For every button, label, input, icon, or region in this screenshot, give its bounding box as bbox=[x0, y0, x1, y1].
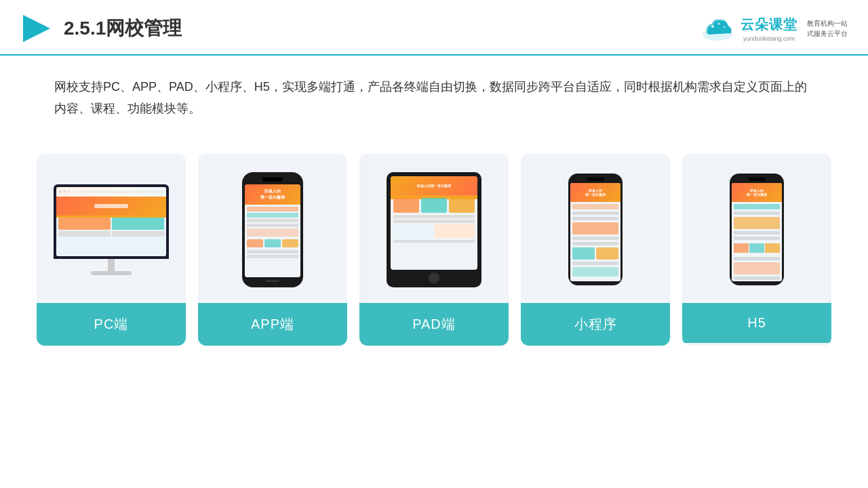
svg-point-4 bbox=[724, 26, 726, 28]
card-h5-image: 职途人的第一堂兴趣课 bbox=[682, 154, 831, 303]
description-text: 网校支持PC、APP、PAD、小程序、H5，实现多端打通，产品各终端自由切换，数… bbox=[0, 56, 868, 134]
card-h5: 职途人的第一堂兴趣课 bbox=[682, 154, 831, 346]
svg-marker-0 bbox=[23, 15, 50, 42]
cards-section: PC端 职途人的第一堂兴趣课 bbox=[0, 140, 868, 366]
logo-text-area: 云朵课堂 yunduoketang.com bbox=[741, 16, 797, 42]
card-pc: PC端 bbox=[37, 154, 186, 346]
card-pad-image: 职途人的第一堂兴趣课 bbox=[359, 154, 509, 303]
card-app: 职途人的第一堂兴趣课 bbox=[198, 154, 347, 346]
card-app-image: 职途人的第一堂兴趣课 bbox=[198, 154, 347, 303]
h5-phone-mockup: 职途人的第一堂兴趣课 bbox=[730, 174, 784, 285]
description-content: 网校支持PC、APP、PAD、小程序、H5，实现多端打通，产品各终端自由切换，数… bbox=[54, 80, 807, 115]
logo-name: 云朵课堂 bbox=[741, 16, 797, 34]
logo-tagline: 教育机构一站 式服务云平台 bbox=[807, 18, 848, 39]
svg-point-3 bbox=[718, 23, 720, 25]
card-h5-label: H5 bbox=[682, 303, 831, 343]
cloud-icon bbox=[700, 16, 735, 41]
card-miniprogram: 职途人的第一堂兴趣课 bbox=[521, 154, 670, 346]
card-miniprogram-image: 职途人的第一堂兴趣课 bbox=[521, 154, 670, 303]
header-left: 2.5.1网校管理 bbox=[20, 12, 182, 45]
card-pad: 职途人的第一堂兴趣课 bbox=[359, 154, 509, 346]
logo-url: yunduoketang.com bbox=[743, 35, 795, 42]
card-pad-label: PAD端 bbox=[359, 303, 509, 346]
page-title: 2.5.1网校管理 bbox=[64, 16, 182, 41]
logo-area: 云朵课堂 yunduoketang.com 教育机构一站 式服务云平台 bbox=[700, 16, 848, 42]
pad-tablet-mockup: 职途人的第一堂兴趣课 bbox=[387, 172, 481, 287]
play-icon bbox=[20, 12, 53, 45]
pc-monitor-mockup bbox=[54, 184, 169, 275]
svg-point-2 bbox=[711, 25, 714, 28]
app-phone-mockup: 职途人的第一堂兴趣课 bbox=[242, 172, 303, 287]
card-app-label: APP端 bbox=[198, 303, 347, 346]
miniprogram-phone-mockup: 职途人的第一堂兴趣课 bbox=[568, 174, 623, 285]
header: 2.5.1网校管理 云朵课堂 yunduoketang.com 教育机构一站 式… bbox=[0, 0, 868, 56]
card-pc-label: PC端 bbox=[37, 303, 186, 346]
card-miniprogram-label: 小程序 bbox=[521, 303, 670, 346]
card-pc-image bbox=[37, 154, 186, 303]
